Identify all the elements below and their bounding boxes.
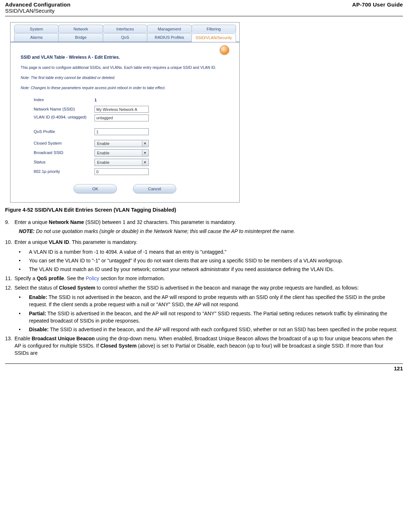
step-11-d: section for more information.: [99, 275, 165, 281]
screenshot-frame: System Network Interfaces Management Fil…: [10, 22, 240, 203]
step-11-a: Specify a: [14, 275, 37, 281]
tab-ssid-vlan-security[interactable]: SSID/VLAN/Security: [192, 33, 236, 42]
panel-note-1: Note: The first table entry cannot be di…: [21, 75, 229, 80]
value-index: 1: [94, 98, 97, 102]
step-13-a: Enable: [14, 336, 31, 341]
panel-description: This page is used to configure additiona…: [21, 65, 229, 70]
closed-value: Enable: [97, 141, 109, 146]
step-12-text: Select the status of Closed System to co…: [14, 284, 398, 291]
step-13: 13. Enable Broadcast Unique Beacon using…: [5, 335, 403, 357]
tab-management[interactable]: Management: [147, 25, 192, 33]
bullet-text: Enable: The SSID is not advertised in th…: [29, 294, 403, 308]
label-status: Status: [34, 159, 94, 165]
header-subtitle: SSID/VLAN/Security: [5, 8, 71, 14]
step-10-num: 10.: [5, 238, 13, 246]
step-13-num: 13.: [5, 335, 13, 342]
back-button[interactable]: ←: [220, 45, 229, 55]
bullet-body: The SSID is advertised in the beacon, an…: [49, 327, 398, 332]
step-12-bullet-disable: • Disable: The SSID is advertised in the…: [19, 326, 403, 333]
step-11-num: 11.: [5, 275, 13, 282]
panel-note-2: Note: Changes to these parameters requir…: [21, 85, 229, 90]
step-12-c: to control whether the SSID is advertise…: [95, 285, 359, 291]
step-11-b: QoS profile: [37, 275, 64, 281]
step-9-bold: Network Name: [49, 219, 84, 225]
step-10-bullet-3: • The VLAN ID must match an ID used by y…: [19, 266, 403, 273]
header-rule: [5, 16, 403, 16]
status-select[interactable]: Enable ▼: [94, 159, 149, 166]
step-12-a: Select the status of: [14, 285, 59, 291]
header-guide: AP-700 User Guide: [352, 1, 403, 8]
step-9-rest: (SSID) between 1 and 32 characters. This…: [84, 219, 236, 225]
tabs-row-top: System Network Interfaces Management Fil…: [10, 22, 239, 33]
step-13-b: Broadcast Unique Beacon: [31, 336, 94, 341]
bullet-text: Disable: The SSID is advertised in the b…: [29, 326, 403, 333]
tab-network[interactable]: Network: [58, 25, 103, 33]
step-10-a: Enter a unique: [14, 239, 49, 245]
tab-qos[interactable]: QoS: [103, 33, 147, 42]
row-index: Index 1: [34, 96, 229, 104]
step-10-bullet-2: • You can set the VLAN ID to "-1" or "un…: [19, 257, 403, 264]
qos-input[interactable]: [94, 128, 149, 135]
step-13-d: Closed System: [100, 343, 136, 349]
button-row: OK Cancel: [21, 177, 229, 200]
vlan-input[interactable]: [94, 115, 149, 121]
bullet-text: You can set the VLAN ID to "-1" or "unta…: [29, 257, 403, 264]
panel-title: SSID and VLAN Table - Wireless A - Edit …: [21, 55, 229, 60]
bullet-text: The VLAN ID must match an ID used by you…: [29, 266, 403, 273]
bullet-text: Partial: The SSID is advertised in the b…: [29, 310, 403, 325]
status-value: Enable: [97, 160, 109, 165]
bullet-body: The SSID is not advertised in the beacon…: [29, 294, 385, 307]
priority-input[interactable]: [94, 168, 149, 175]
label-closed: Closed System: [34, 141, 94, 146]
row-closed: Closed System Enable ▼: [34, 139, 229, 148]
bullet-label: Partial:: [29, 311, 46, 316]
step-12: 12. Select the status of Closed System t…: [5, 284, 403, 291]
label-qos: QoS Profile: [34, 129, 94, 134]
footer-rule: [5, 363, 403, 364]
broadcast-select[interactable]: Enable ▼: [94, 149, 149, 157]
page-header: Advanced Configuration SSID/VLAN/Securit…: [5, 0, 403, 16]
row-priority: 802.1p priority: [34, 167, 229, 176]
tab-system[interactable]: System: [14, 25, 59, 33]
label-vlan: VLAN ID (0-4094, untagged): [34, 115, 94, 120]
tab-bridge[interactable]: Bridge: [58, 33, 103, 42]
policy-link[interactable]: Policy: [86, 275, 99, 281]
label-priority: 802.1p priority: [34, 169, 94, 174]
label-index: Index: [34, 97, 94, 102]
bullet-dot: •: [19, 326, 29, 333]
form-grid: Index 1 Network Name (SSID) VLAN ID (0-4…: [34, 96, 229, 176]
screenshot-body: ← SSID and VLAN Table - Wireless A - Edi…: [10, 42, 239, 202]
row-vlan: VLAN ID (0-4094, untagged): [34, 115, 229, 127]
chevron-down-icon: ▼: [142, 159, 148, 165]
closed-select[interactable]: Enable ▼: [94, 140, 149, 147]
chevron-down-icon: ▼: [142, 141, 148, 146]
ok-button[interactable]: OK: [73, 184, 117, 194]
step-9-part1: Enter a unique: [14, 219, 49, 225]
step-10-text: Enter a unique VLAN ID. This parameter i…: [14, 238, 398, 246]
step-9-num: 9.: [5, 219, 13, 226]
step-10-c: . This parameter is mandatory.: [69, 239, 138, 245]
note-label: NOTE:: [19, 228, 35, 234]
step-9: 9. Enter a unique Network Name (SSID) be…: [5, 219, 403, 226]
bullet-dot: •: [19, 310, 29, 325]
step-11-c: . See the: [64, 275, 86, 281]
tab-alarms[interactable]: Alarms: [14, 33, 59, 42]
tabs-row-bottom: Alarms Bridge QoS RADIUS Profiles SSID/V…: [10, 33, 239, 42]
figure-caption: Figure 4-52 SSID/VLAN Edit Entries Scree…: [5, 207, 403, 213]
step-10-bullet-1: • A VLAN ID is a number from -1 to 4094.…: [19, 248, 403, 255]
page-number: 121: [5, 365, 403, 374]
row-qos: QoS Profile: [34, 128, 229, 136]
tab-interfaces[interactable]: Interfaces: [103, 25, 147, 33]
cancel-button[interactable]: Cancel: [133, 184, 176, 194]
ssid-input[interactable]: [94, 106, 149, 113]
step-12-bullet-partial: • Partial: The SSID is advertised in the…: [19, 310, 403, 325]
row-status: Status Enable ▼: [34, 158, 229, 167]
tab-radius[interactable]: RADIUS Profiles: [147, 33, 192, 42]
step-12-b: Closed System: [59, 285, 95, 291]
step-13-text: Enable Broadcast Unique Beacon using the…: [14, 335, 398, 357]
label-ssid: Network Name (SSID): [34, 107, 94, 112]
chevron-down-icon: ▼: [142, 150, 148, 156]
note-line: NOTE: Do not use quotation marks (single…: [19, 228, 403, 235]
step-11: 11. Specify a QoS profile. See the Polic…: [5, 275, 403, 282]
tab-filtering[interactable]: Filtering: [192, 25, 236, 33]
